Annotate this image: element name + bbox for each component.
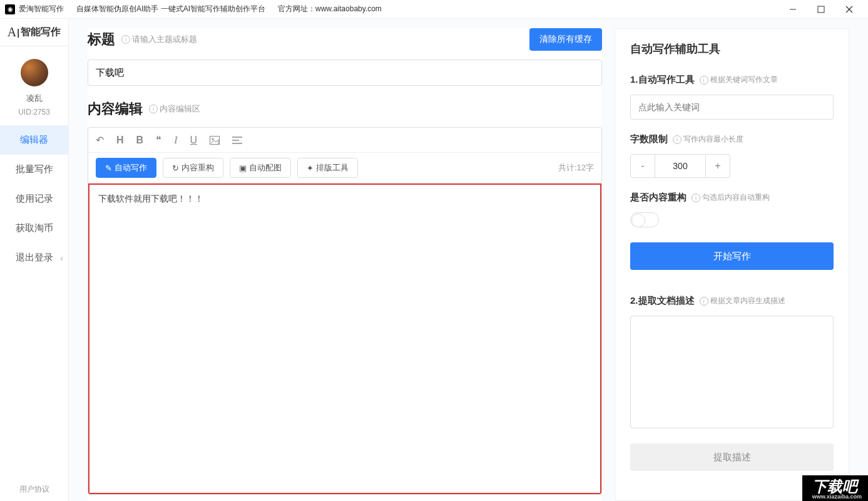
titlebar: ◉ 爱淘智能写作 自媒体智能伪原创AI助手 一键式AI智能写作辅助创作平台 官方… <box>0 0 868 19</box>
sidebar: A| 智能写作 凌乱 UID:2753 编辑器 批量写作 使用记录 获取淘币 退… <box>0 19 69 501</box>
underline-icon[interactable]: U <box>190 135 197 146</box>
quote-icon[interactable]: ❝ <box>156 134 161 146</box>
sidebar-item-editor[interactable]: 编辑器 <box>0 125 68 155</box>
image-icon[interactable] <box>210 136 220 145</box>
stepper-increment[interactable]: + <box>706 155 730 177</box>
layout-tool-button[interactable]: ✦ 排版工具 <box>297 158 358 178</box>
maximize-button[interactable] <box>807 1 835 18</box>
keyword-input[interactable] <box>630 95 834 120</box>
align-icon[interactable] <box>232 136 242 145</box>
title-section-heading: 标题 <box>88 30 115 49</box>
content-textarea[interactable] <box>88 183 601 494</box>
info-icon: i <box>692 194 700 202</box>
wand-icon: ✦ <box>307 163 314 173</box>
sidebar-item-label: 编辑器 <box>20 134 48 145</box>
chevron-left-icon: ‹ <box>60 253 63 263</box>
heading-icon[interactable]: H <box>116 135 124 146</box>
format-toolbar: ↶ H B ❝ I U <box>88 128 601 153</box>
close-button[interactable] <box>835 1 863 18</box>
uid: UID:2753 <box>18 108 50 116</box>
window-controls <box>779 1 863 18</box>
action-toolbar: ✎ 自动写作 ↻ 内容重构 ▣ 自动配图 ✦ 排版工具 共 <box>88 153 601 183</box>
picture-icon: ▣ <box>239 163 247 173</box>
avatar[interactable] <box>21 59 48 86</box>
sidebar-item-logout[interactable]: 退出登录 ‹ <box>0 243 68 272</box>
clear-cache-button[interactable]: 清除所有缓存 <box>529 28 602 51</box>
right-panel: 自动写作辅助工具 1.自动写作工具 i 根据关键词写作文章 字数限制 i 写作内… <box>615 28 849 501</box>
app-subtitle: 自媒体智能伪原创AI助手 一键式AI智能写作辅助创作平台 <box>76 4 265 14</box>
info-icon: i <box>700 76 708 85</box>
close-icon <box>845 6 853 13</box>
restructure-title: 是否内容重构 <box>630 192 687 204</box>
site-label: 官方网址：www.aitaobaby.com <box>278 4 382 14</box>
user-agreement-link[interactable]: 用户协议 <box>0 484 68 495</box>
logo: A| 智能写作 <box>0 19 68 46</box>
restructure-hint: i 勾选后内容自动重构 <box>692 192 770 203</box>
svg-point-5 <box>212 138 214 140</box>
maximize-icon <box>817 6 825 13</box>
tool2-hint: i 根据文章内容生成描述 <box>700 296 785 306</box>
auto-write-button[interactable]: ✎ 自动写作 <box>96 158 156 178</box>
content-section-heading: 内容编辑 <box>88 100 143 118</box>
sidebar-item-label: 批量写作 <box>16 163 53 174</box>
bold-icon[interactable]: B <box>136 135 144 146</box>
username: 凌乱 <box>26 93 43 104</box>
description-box[interactable] <box>630 316 834 428</box>
info-icon: i <box>149 105 158 113</box>
sidebar-item-label: 使用记录 <box>16 193 53 204</box>
tool2-title: 2.提取文档描述 <box>630 295 695 307</box>
extract-description-button[interactable]: 提取描述 <box>630 443 834 471</box>
svg-rect-1 <box>818 6 824 13</box>
title-input[interactable] <box>88 59 602 86</box>
start-writing-button[interactable]: 开始写作 <box>630 242 834 270</box>
sidebar-item-batch[interactable]: 批量写作 <box>0 155 68 184</box>
limit-title: 字数限制 <box>630 133 668 145</box>
refresh-icon: ↻ <box>172 163 179 173</box>
info-icon: i <box>673 135 682 144</box>
pencil-icon: ✎ <box>105 163 112 173</box>
info-icon: i <box>700 297 708 306</box>
sidebar-item-history[interactable]: 使用记录 <box>0 184 68 214</box>
watermark: 下载吧 www.xiazaiba.com <box>802 475 868 501</box>
editor-box: ↶ H B ❝ I U ✎ 自动写作 <box>88 127 602 495</box>
sidebar-item-coins[interactable]: 获取淘币 <box>0 214 68 243</box>
app-name: 爱淘智能写作 <box>19 4 64 14</box>
content-hint: i 内容编辑区 <box>149 103 200 115</box>
sidebar-item-label: 获取淘币 <box>16 222 53 233</box>
limit-hint: i 写作内容最小长度 <box>673 134 743 145</box>
italic-icon[interactable]: I <box>174 135 177 146</box>
editor-column: 标题 i 请输入主题或标题 清除所有缓存 内容编辑 i 内容编辑区 <box>88 28 602 501</box>
title-hint: i 请输入主题或标题 <box>121 34 197 45</box>
panel-title: 自动写作辅助工具 <box>630 41 834 56</box>
minimize-button[interactable] <box>779 1 807 18</box>
stepper-value[interactable]: 300 <box>655 155 706 177</box>
word-count: 共计:12字 <box>558 162 594 173</box>
restructure-button[interactable]: ↻ 内容重构 <box>163 158 223 178</box>
sidebar-item-label: 退出登录 <box>16 252 53 262</box>
restructure-toggle[interactable] <box>630 212 659 227</box>
app-icon: ◉ <box>5 4 15 14</box>
undo-icon[interactable]: ↶ <box>96 134 104 146</box>
info-icon: i <box>121 35 130 44</box>
stepper-decrement[interactable]: - <box>631 155 655 177</box>
minimize-icon <box>789 6 797 13</box>
auto-image-button[interactable]: ▣ 自动配图 <box>230 158 291 178</box>
word-limit-stepper: - 300 + <box>630 154 730 178</box>
tool1-title: 1.自动写作工具 <box>630 74 695 86</box>
tool1-hint: i 根据关键词写作文章 <box>700 75 778 85</box>
